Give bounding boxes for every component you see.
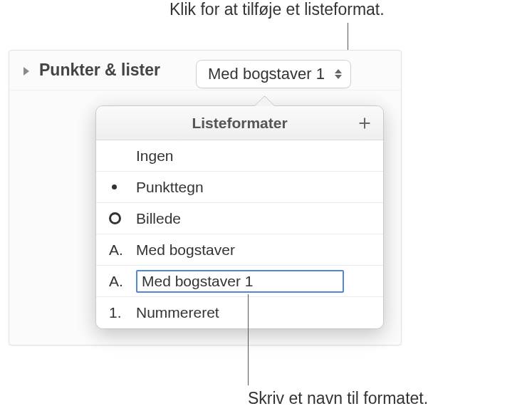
add-format-button[interactable] [355,113,375,133]
section-label: Punkter & lister [39,61,160,80]
row-marker-letter: A. [109,241,136,259]
bullet-icon [112,184,117,189]
row-marker-circle [109,212,136,224]
list-item[interactable]: A. Med bogstaver [96,234,383,266]
list-format-dropdown[interactable]: Med bogstaver 1 [196,60,351,88]
callout-line-bottom [248,294,249,385]
row-marker-number: 1. [109,304,136,321]
format-name-input[interactable] [136,270,344,293]
plus-icon [358,116,372,130]
list-item-editing[interactable]: A. [96,266,383,297]
list-item[interactable]: Punkttegn [96,172,383,203]
list-item-label: Nummereret [136,304,383,321]
list-formats-popover: Listeformater Ingen Punkttegn Billede A.… [95,105,384,329]
row-marker-letter: A. [109,273,136,290]
list-item-label: Punkttegn [136,179,383,196]
list-item[interactable]: Billede [96,203,383,234]
popover-header: Listeformater [96,106,383,140]
row-marker-bullet [109,184,136,189]
list-item-label: Ingen [136,147,383,165]
list-item-label: Billede [136,210,383,227]
list-item[interactable]: 1. Nummereret [96,297,383,328]
list-item[interactable]: Ingen [96,140,383,172]
popover-title: Listeformater [192,115,287,132]
dropdown-value: Med bogstaver 1 [208,65,325,83]
callout-name-format: Skriv et navn til formatet. [248,389,428,408]
disclosure-triangle-icon[interactable] [24,67,29,76]
circle-icon [109,212,121,224]
stepper-icon [335,69,342,79]
callout-add-format: Klik for at tilføje et listeformat. [169,0,385,19]
list-item-label: Med bogstaver [136,241,383,259]
